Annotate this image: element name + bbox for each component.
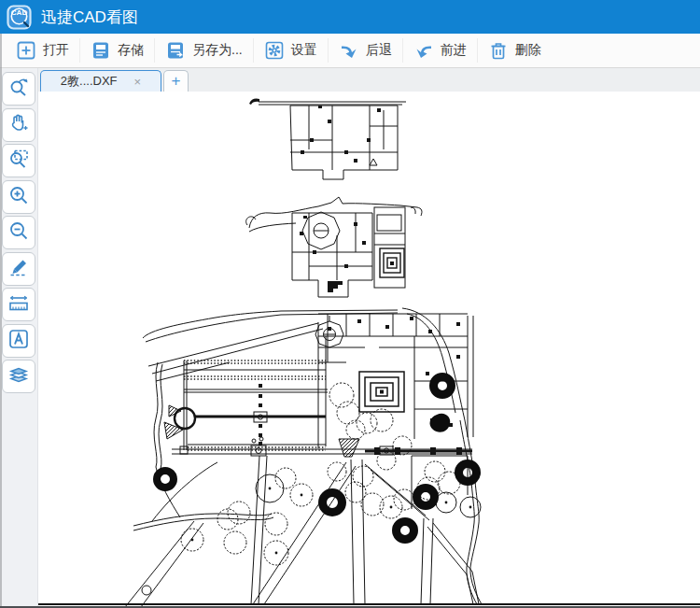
drawing-canvas[interactable] [38, 92, 700, 608]
tab-close-icon[interactable]: × [134, 75, 142, 89]
open-label: 打开 [43, 42, 69, 59]
sidebar-item-annotate[interactable] [2, 252, 35, 286]
save-label: 存储 [118, 42, 144, 59]
back-label: 后退 [366, 42, 392, 59]
save-as-icon [165, 40, 186, 61]
new-tab-plus-icon: + [172, 73, 181, 89]
open-plus-icon [16, 40, 36, 61]
sidebar-item-pan[interactable] [2, 108, 35, 142]
app-logo-text: CAD [7, 8, 32, 17]
back-arrow-icon [339, 40, 359, 61]
sidebar-item-layers[interactable] [2, 360, 35, 393]
delete-trash-icon [488, 40, 509, 61]
save-as-label: 另存为... [192, 42, 243, 59]
sidebar-item-zoom-previous[interactable] [2, 72, 35, 106]
tab-label: 2教....DXF [61, 73, 118, 90]
delete-label: 删除 [515, 42, 541, 59]
zoom-out-icon [7, 219, 30, 246]
tab-bar: 2教....DXF × + [38, 68, 700, 92]
toolbar: 打开 存储 另存为... [0, 34, 700, 68]
pencil-icon [7, 256, 30, 282]
zoom-previous-icon [7, 76, 30, 102]
window-left-edge [0, 34, 2, 608]
back-button[interactable]: 后退 [329, 38, 403, 63]
open-button[interactable]: 打开 [6, 38, 80, 63]
sidebar-item-zoom-window[interactable] [2, 144, 35, 177]
sidebar-item-zoom-in[interactable] [2, 180, 35, 214]
forward-arrow-icon [413, 40, 434, 61]
cad-drawing [38, 92, 700, 608]
title-bar: CAD 迅捷CAD看图 [0, 0, 700, 34]
sidebar-item-text[interactable] [2, 324, 35, 358]
settings-gear-icon [264, 40, 285, 61]
forward-button[interactable]: 前进 [403, 38, 478, 63]
tab-drawing-file[interactable]: 2教....DXF × [40, 70, 161, 92]
forward-label: 前进 [441, 42, 467, 59]
window-title: 迅捷CAD看图 [41, 7, 138, 28]
settings-button[interactable]: 设置 [254, 38, 329, 63]
layers-icon [7, 363, 30, 389]
new-tab-button[interactable]: + [163, 70, 189, 92]
pan-hand-icon [7, 112, 30, 138]
text-a-icon [7, 328, 30, 354]
tool-sidebar [0, 68, 38, 608]
app-logo-icon: CAD [7, 5, 32, 30]
save-button[interactable]: 存储 [80, 38, 155, 63]
save-as-button[interactable]: 另存为... [155, 38, 254, 63]
zoom-window-icon [7, 148, 30, 174]
sidebar-item-zoom-out[interactable] [2, 216, 35, 249]
ruler-icon [7, 291, 30, 318]
save-icon [91, 40, 111, 61]
sidebar-item-measure[interactable] [2, 288, 35, 321]
cad-viewer-window: CAD 迅捷CAD看图 打开 存储 [0, 0, 700, 608]
zoom-in-icon [7, 184, 30, 210]
settings-label: 设置 [291, 42, 317, 59]
delete-button[interactable]: 删除 [478, 38, 552, 63]
